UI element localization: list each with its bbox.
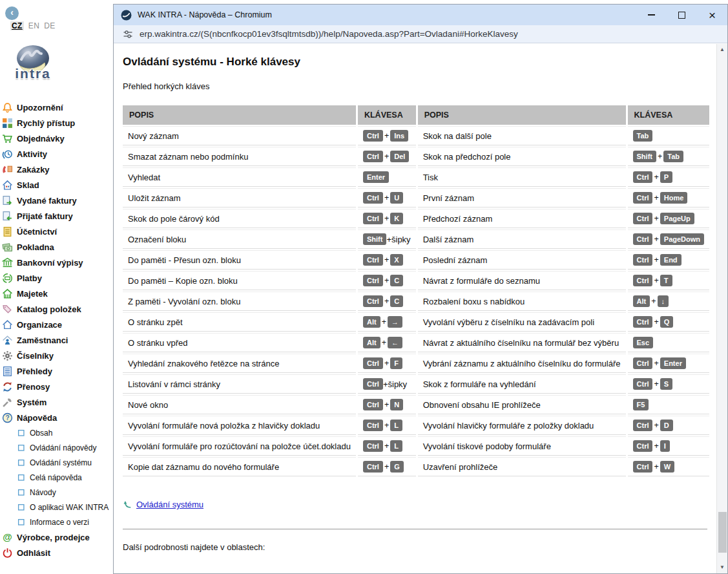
sidebar-item-vyrobce-prodejce[interactable]: @Výrobce, prodejce: [0, 529, 113, 545]
plus-separator: +: [384, 276, 389, 285]
key-badge: Tab: [663, 151, 683, 163]
key-badge: Ctrl: [363, 192, 383, 204]
sidebar-item-ucetnictvi[interactable]: Účetnictví: [0, 224, 113, 239]
sidebar-item-organizace[interactable]: Organizace: [0, 317, 113, 332]
url-text[interactable]: erp.wakintra.cz/(S(nbcnfkocp01ev3fsqltmt…: [140, 29, 518, 39]
key-badge: Ctrl: [363, 420, 383, 432]
sidebar-item-ciselniky[interactable]: Číselníky: [0, 348, 113, 363]
key-badge: Shift: [363, 233, 386, 246]
language-switcher: CZENDE: [10, 21, 56, 30]
key-badge: Ctrl: [363, 378, 383, 390]
home-outline-icon: [2, 319, 13, 330]
shortcut-desc: Nový záznam: [123, 126, 356, 145]
wak-intra-logo[interactable]: intra: [8, 44, 58, 81]
sidebar-subitem-o-aplikaci-wak-intra[interactable]: O aplikaci WAK INTRA: [0, 500, 113, 515]
address-bar[interactable]: erp.wakintra.cz/(S(nbcnfkocp01ev3fsqltmt…: [114, 25, 727, 43]
sidebar-item-prehledy[interactable]: Přehledy: [0, 363, 113, 379]
gear-icon: [2, 350, 13, 361]
key-badge: End: [660, 254, 681, 266]
sidebar-item-katalog-polozek[interactable]: Katalog položek: [0, 301, 113, 317]
scroll-up-arrow[interactable]: ▲: [717, 45, 727, 55]
sidebar-item-prijate-faktury[interactable]: Přijaté faktury: [0, 208, 113, 224]
plus-separator: +: [384, 152, 389, 161]
collapse-sidebar-button[interactable]: ‹: [5, 6, 19, 20]
sidebar-item-aktivity[interactable]: Aktivity: [0, 146, 113, 162]
sidebar-subitem-ovladani-napovedy[interactable]: Ovládání nápovědy: [0, 440, 113, 455]
sidebar-item-napoveda[interactable]: ?Nápověda: [0, 410, 113, 425]
key-badge: Ctrl: [633, 420, 653, 432]
back-link[interactable]: Ovládání systému: [136, 500, 203, 509]
sidebar-item-majetek[interactable]: Majetek: [0, 286, 113, 301]
key-badge: Ctrl: [633, 275, 653, 287]
plus-separator: +: [384, 193, 389, 202]
doc-icon: [2, 226, 13, 237]
scroll-down-arrow[interactable]: ▼: [717, 562, 727, 573]
key-badge: T: [660, 275, 672, 287]
sidebar-item-objednavky[interactable]: Objednávky: [0, 131, 113, 146]
key-badge: Ctrl: [633, 316, 653, 328]
plus-separator: +: [384, 462, 389, 471]
sidebar-item-system[interactable]: Systém: [0, 394, 113, 410]
sidebar-subitem-cela-napoveda[interactable]: Celá nápověda: [0, 470, 113, 485]
sidebar-item-label: Bankovní výpisy: [17, 258, 83, 268]
table-row: VyhledatEnterTiskCtrl+P: [123, 167, 709, 187]
key-badge: Tab: [633, 130, 653, 142]
sidebar-nav: UpozorněníRychlý přístupObjednávkyAktivi…: [0, 100, 113, 560]
site-settings-icon[interactable]: [123, 29, 133, 39]
sidebar-item-sklad[interactable]: Sklad: [0, 177, 113, 193]
language-en[interactable]: EN: [28, 21, 39, 30]
shortcut-desc: Vybrání záznamu z aktuálního číselníku d…: [418, 354, 626, 373]
shortcut-keys: Ctrl+C: [358, 271, 416, 290]
shortcut-desc: Skok na další pole: [418, 126, 626, 145]
key-badge: Ctrl: [363, 461, 383, 473]
sidebar-item-label: Rychlý přístup: [17, 118, 75, 128]
shortcut-keys: Ctrl+G: [358, 457, 416, 476]
sidebar-item-label: Přenosy: [17, 382, 50, 392]
sidebar-subitem-obsah[interactable]: Obsah: [0, 425, 113, 440]
sidebar-item-rychly-pristup[interactable]: Rychlý přístup: [0, 115, 113, 131]
sidebar-item-pokladna[interactable]: Pokladna: [0, 239, 113, 255]
vertical-scrollbar[interactable]: ▲ ▼: [716, 44, 727, 573]
minimize-button[interactable]: [636, 5, 667, 25]
bell-icon: [2, 102, 13, 113]
sidebar-subitem-informace-o-verzi[interactable]: Informace o verzi: [0, 515, 113, 529]
maximize-button[interactable]: [667, 5, 697, 25]
scrollbar-thumb[interactable]: [718, 512, 727, 553]
close-button[interactable]: ×: [697, 5, 727, 25]
shortcut-keys: Alt+↓: [628, 292, 710, 311]
shortcut-desc: Předchozí záznam: [418, 209, 626, 228]
key-badge: Alt: [363, 337, 380, 349]
sidebar-item-platby[interactable]: Platby: [0, 270, 113, 286]
shortcut-keys: F5: [628, 395, 710, 414]
sidebar-item-vydane-faktury[interactable]: Vydané faktury: [0, 193, 113, 208]
shortcut-table-body: Nový záznamCtrl+InsSkok na další poleTab…: [123, 126, 709, 476]
person-icon: [2, 335, 13, 346]
sidebar-item-label: Objednávky: [17, 134, 65, 144]
key-badge: C: [390, 295, 403, 308]
shortcut-keys: Ctrl+P: [628, 167, 710, 187]
window-titlebar[interactable]: WAK INTRA - Nápověda – Chromium ×: [114, 5, 727, 25]
shortcut-desc: Rozbalení boxu s nabídkou: [418, 292, 626, 311]
shortcut-keys: Ctrl+šipky: [358, 374, 416, 394]
language-cz[interactable]: CZ: [10, 21, 24, 30]
help-popup-window: WAK INTRA - Nápověda – Chromium × erp.wa…: [113, 4, 728, 574]
back-up-arrow-icon: [123, 500, 132, 509]
shortcut-desc: Listování v rámci stránky: [123, 374, 356, 394]
sidebar-item-zamestnanci[interactable]: Zaměstnanci: [0, 332, 113, 348]
at-icon: @: [2, 532, 13, 543]
shortcut-keys: Ctrl+Ins: [358, 126, 416, 145]
language-de[interactable]: DE: [44, 21, 55, 30]
minimize-icon: [648, 14, 655, 16]
sidebar-item-prenosy[interactable]: Přenosy: [0, 379, 113, 394]
sidebar-item-zakazky[interactable]: Zakázky: [0, 162, 113, 177]
shortcut-keys: Ctrl+L: [358, 416, 416, 435]
help-page-content: Ovládání systému - Horké klávesy Přehled…: [114, 44, 716, 573]
sidebar-subitem-ovladani-systemu[interactable]: Ovládání systému: [0, 455, 113, 470]
sidebar-item-upozorneni[interactable]: Upozornění: [0, 100, 113, 115]
sidebar-item-bankovni-vypisy[interactable]: Bankovní výpisy: [0, 255, 113, 270]
sidebar-item-label: Majetek: [17, 289, 48, 299]
sidebar-subitem-navody[interactable]: Návody: [0, 485, 113, 500]
sidebar-item-odhlasit[interactable]: Odhlásit: [0, 545, 113, 560]
shortcut-keys: Esc: [628, 333, 710, 352]
key-badge: Ctrl: [633, 233, 653, 246]
